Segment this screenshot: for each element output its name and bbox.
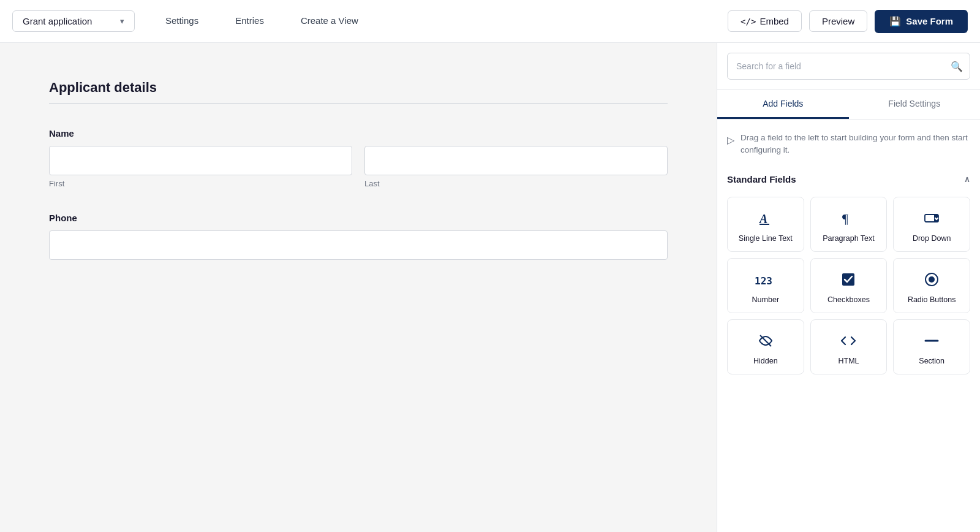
- standard-fields-label: Standard Fields: [727, 174, 796, 184]
- nav-actions: </> Embed Preview 💾 Save Form: [728, 10, 968, 33]
- field-card-paragraph-text[interactable]: ¶ Paragraph Text: [810, 197, 888, 252]
- drop-down-label: Drop Down: [913, 234, 951, 243]
- tab-add-fields[interactable]: Add Fields: [717, 90, 849, 119]
- section-header: Applicant details: [49, 80, 668, 104]
- nav-settings[interactable]: Settings: [147, 0, 217, 43]
- number-label: Number: [752, 295, 779, 304]
- html-icon: [839, 331, 858, 351]
- chevron-up-icon[interactable]: ∧: [964, 175, 970, 184]
- last-name-input[interactable]: [364, 146, 668, 175]
- top-nav: Grant application ▾ Settings Entries Cre…: [0, 0, 980, 43]
- number-icon: 123: [755, 270, 777, 289]
- last-name-label: Last: [364, 179, 668, 188]
- chevron-down-icon: ▾: [120, 17, 124, 26]
- phone-field-group: Phone: [49, 213, 668, 260]
- name-field-label: Name: [49, 128, 668, 139]
- drop-down-icon: [923, 208, 940, 228]
- hidden-label: Hidden: [753, 357, 778, 365]
- save-icon: 💾: [889, 16, 901, 27]
- section-title: Applicant details: [49, 80, 668, 96]
- paragraph-text-icon: ¶: [840, 208, 857, 228]
- standard-fields-header: Standard Fields ∧: [727, 172, 970, 187]
- save-form-button[interactable]: 💾 Save Form: [875, 10, 968, 33]
- paragraph-text-label: Paragraph Text: [823, 234, 875, 243]
- radio-buttons-icon: [923, 270, 940, 289]
- tab-field-settings[interactable]: Field Settings: [849, 90, 981, 119]
- form-name: Grant application: [23, 16, 92, 26]
- single-line-text-label: Single Line Text: [739, 234, 793, 243]
- panel-tabs: Add Fields Field Settings: [717, 90, 980, 120]
- right-panel: 🔍 Add Fields Field Settings ▷ Drag a fie…: [717, 43, 980, 532]
- name-field-group: Name First Last: [49, 128, 668, 188]
- field-card-checkboxes[interactable]: Checkboxes: [810, 258, 888, 313]
- svg-point-10: [929, 276, 935, 283]
- nav-entries[interactable]: Entries: [217, 0, 282, 43]
- field-card-section[interactable]: Section: [893, 319, 970, 374]
- first-name-label: First: [49, 179, 352, 188]
- search-field-input[interactable]: [727, 53, 970, 80]
- embed-label: Embed: [760, 16, 789, 26]
- fields-grid: A Single Line Text ¶ Paragraph Text: [727, 197, 970, 374]
- section-icon: [923, 331, 940, 351]
- name-row: First Last: [49, 146, 668, 188]
- last-name-col: Last: [364, 146, 668, 188]
- embed-icon: </>: [741, 17, 756, 26]
- form-canvas: Applicant details Name First Last Phone: [0, 43, 717, 532]
- first-name-col: First: [49, 146, 352, 188]
- main-layout: Applicant details Name First Last Phone: [0, 43, 980, 532]
- field-card-hidden[interactable]: Hidden: [727, 319, 804, 374]
- cursor-icon: ▷: [727, 133, 734, 148]
- phone-field-label: Phone: [49, 213, 668, 223]
- save-form-label: Save Form: [906, 16, 953, 26]
- html-label: HTML: [838, 357, 859, 365]
- panel-body: ▷ Drag a field to the left to start buil…: [717, 120, 980, 532]
- embed-button[interactable]: </> Embed: [728, 10, 802, 32]
- field-card-drop-down[interactable]: Drop Down: [893, 197, 970, 252]
- nav-links: Settings Entries Create a View: [135, 0, 728, 43]
- field-card-number[interactable]: 123 Number: [727, 258, 804, 313]
- drag-hint: ▷ Drag a field to the left to start buil…: [727, 129, 970, 159]
- field-card-radio-buttons[interactable]: Radio Buttons: [893, 258, 970, 313]
- first-name-input[interactable]: [49, 146, 352, 175]
- hidden-icon: [757, 331, 774, 351]
- svg-text:A: A: [758, 212, 767, 226]
- svg-text:123: 123: [755, 275, 772, 287]
- checkboxes-label: Checkboxes: [827, 295, 870, 304]
- svg-text:¶: ¶: [842, 211, 848, 226]
- section-divider: [49, 103, 668, 104]
- search-inner: 🔍: [727, 53, 970, 80]
- preview-button[interactable]: Preview: [809, 10, 867, 32]
- form-selector[interactable]: Grant application ▾: [12, 10, 135, 32]
- search-icon: 🔍: [951, 61, 963, 72]
- checkboxes-icon: [840, 270, 857, 289]
- search-field-wrap: 🔍: [717, 43, 980, 90]
- section-label: Section: [919, 357, 944, 365]
- nav-create-view[interactable]: Create a View: [282, 0, 377, 43]
- drag-hint-text: Drag a field to the left to start buildi…: [741, 132, 970, 157]
- radio-buttons-label: Radio Buttons: [908, 295, 956, 304]
- single-line-text-icon: A: [757, 208, 774, 228]
- phone-input[interactable]: [49, 230, 668, 260]
- field-card-html[interactable]: HTML: [810, 319, 888, 374]
- field-card-single-line-text[interactable]: A Single Line Text: [727, 197, 804, 252]
